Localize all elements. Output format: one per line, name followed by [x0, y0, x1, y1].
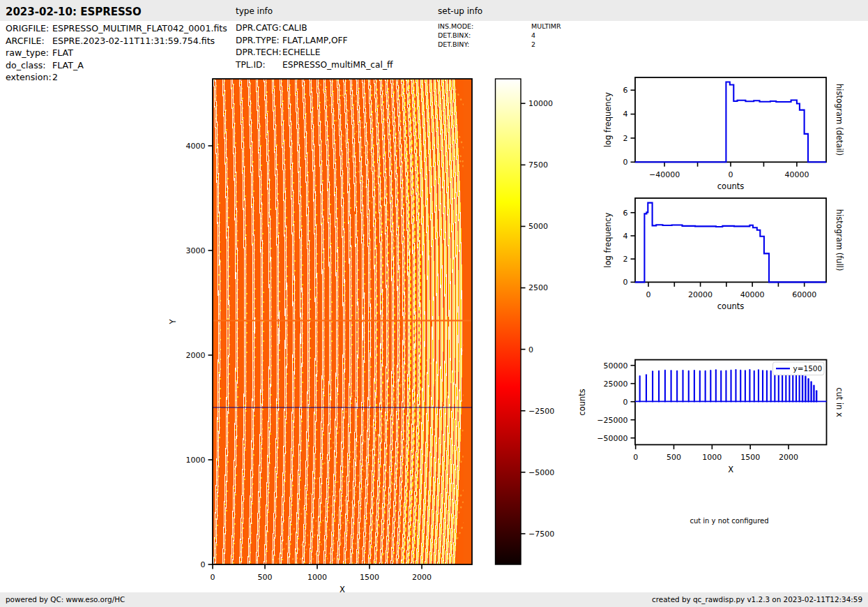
x-tick-label: 1000 [307, 573, 327, 582]
y-tick-label: 6 [623, 86, 628, 95]
qc-figure: 050010001500200001000200030004000XY10000… [0, 0, 868, 607]
x-tick-label: 2000 [779, 453, 798, 462]
x-tick-label: 0 [646, 290, 651, 299]
axes-border [635, 77, 826, 162]
y-axis-label: counts [577, 389, 587, 415]
y-tick-label: 0 [623, 278, 628, 287]
x-axis-label: counts [717, 181, 744, 191]
x-tick-label: 500 [667, 453, 681, 462]
colorbar-gradient [496, 79, 521, 564]
image-panel: 050010001500200001000200030004000XY [168, 79, 520, 594]
footer-left-text: powered by QC: www.eso.org/HC [6, 595, 125, 604]
histogram-detail-panel: −400000400000246countslog frequencyhisto… [603, 77, 844, 191]
x-axis-label: X [728, 465, 733, 474]
y-axis-label: Y [168, 319, 178, 325]
x-tick-label: 2000 [412, 573, 432, 582]
detector-image [213, 79, 520, 564]
histogram-full-panel: 02000040000600000246countslog frequencyh… [603, 198, 844, 311]
y-tick-label: 3000 [186, 246, 206, 255]
x-axis-label: X [340, 585, 345, 594]
panel-side-label: histogram (detail) [835, 84, 844, 156]
y-tick-label: 50000 [604, 361, 628, 370]
y-tick-label: 4 [623, 232, 628, 241]
colorbar-tick-label: −5000 [528, 468, 554, 477]
y-tick-label: 0 [201, 560, 206, 569]
amplifier-boundary-line [213, 320, 472, 321]
panel-side-label: histogram (full) [835, 209, 844, 271]
colorbar-tick-label: 10000 [528, 99, 553, 108]
colorbar-tick-label: 5000 [528, 222, 548, 231]
qc-report-page: { "page": { "width": 1245, "height": 870… [0, 0, 868, 607]
x-tick-label: 1000 [702, 453, 722, 462]
y-tick-label: 6 [623, 209, 628, 218]
panel-side-label: cut in x [835, 387, 844, 417]
x-axis-label: counts [717, 301, 744, 311]
y-axis-label: log frequency [603, 92, 613, 147]
x-tick-label: −40000 [649, 170, 680, 179]
cut-in-x-panel: 050010001500200050000250000−25000−50000X… [577, 360, 844, 475]
x-tick-label: 40000 [784, 170, 809, 179]
cut-in-y-note-text: cut in y not configured [690, 517, 768, 525]
y-tick-label: 2 [623, 255, 628, 264]
y-tick-label: 4000 [186, 142, 206, 151]
histogram-detail-curve [635, 82, 826, 163]
y-tick-label: 1000 [186, 456, 206, 465]
y-tick-label: 2 [623, 134, 628, 143]
y-axis-label: log frequency [603, 213, 613, 268]
colorbar: 100007500500025000−2500−5000−7500 [496, 79, 555, 564]
x-tick-label: 40000 [740, 290, 765, 299]
x-tick-label: 0 [633, 453, 638, 462]
colorbar-tick-label: 0 [528, 345, 533, 354]
colorbar-tick-label: −2500 [528, 407, 554, 416]
x-tick-label: 1500 [740, 453, 760, 462]
axes-border [635, 198, 826, 282]
x-tick-label: 20000 [688, 290, 713, 299]
y-tick-label: 4 [623, 110, 628, 119]
legend: y=1500 [773, 362, 825, 375]
y-tick-label: −25000 [597, 416, 627, 425]
footer-right-text: created by qc_rawdisp.py v1.2.3 on 2023-… [652, 595, 862, 604]
x-tick-label: 500 [258, 573, 273, 582]
colorbar-tick-label: −7500 [528, 530, 554, 539]
y-tick-label: −50000 [597, 434, 627, 443]
cut-in-y-note: cut in y not configured [690, 517, 768, 525]
x-tick-label: 0 [729, 170, 733, 179]
colorbar-tick-label: 2500 [528, 283, 548, 292]
x-tick-label: 60000 [792, 290, 816, 299]
y-tick-label: 0 [623, 158, 628, 167]
y-tick-label: 0 [623, 398, 628, 407]
y-tick-label: 2000 [186, 351, 206, 360]
x-tick-label: 1500 [360, 573, 379, 582]
histogram-full-curve [635, 203, 826, 283]
x-tick-label: 0 [211, 573, 215, 582]
legend-label: y=1500 [793, 364, 823, 373]
colorbar-tick-label: 7500 [528, 160, 548, 170]
y-tick-label: 25000 [604, 380, 628, 389]
